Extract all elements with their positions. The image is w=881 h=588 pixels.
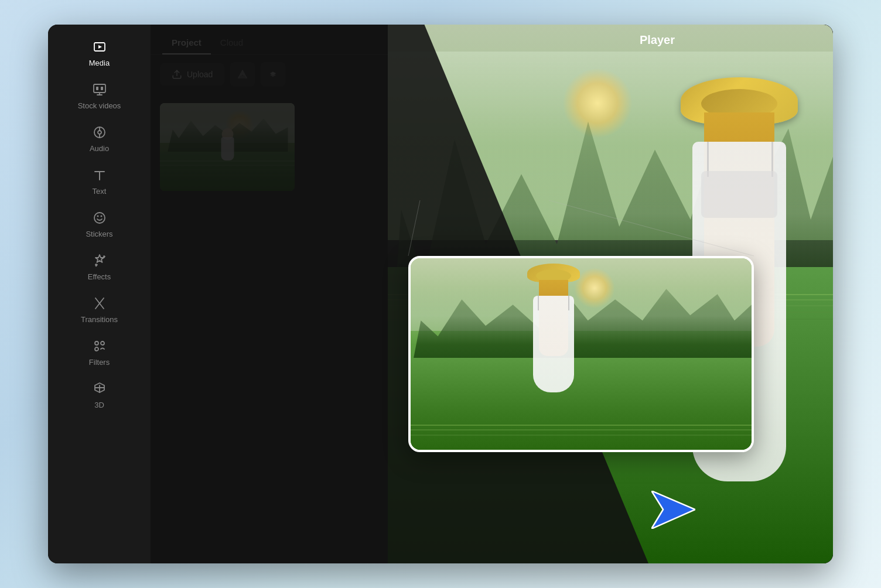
- svg-point-18: [95, 347, 98, 351]
- tab-project[interactable]: Project: [162, 30, 211, 54]
- upload-icon: [172, 69, 182, 80]
- 3d-icon: [91, 381, 108, 397]
- app-window: Media Stock videos: [48, 25, 833, 563]
- media-grid: [151, 94, 833, 563]
- dropbox-button[interactable]: [261, 62, 285, 87]
- sidebar-label-effects: Effects: [88, 272, 111, 281]
- tab-cloud[interactable]: Cloud: [211, 30, 252, 54]
- sidebar-label-audio: Audio: [90, 144, 109, 153]
- sidebar-label-text: Text: [93, 187, 107, 196]
- text-icon: [91, 167, 108, 183]
- sidebar-item-stock-videos[interactable]: Stock videos: [48, 73, 151, 116]
- transitions-icon: [91, 295, 108, 312]
- sidebar-item-filters[interactable]: Filters: [48, 330, 151, 372]
- sidebar-label-stickers: Stickers: [86, 230, 112, 238]
- svg-marker-1: [98, 45, 102, 49]
- toolbar: Upload: [151, 55, 833, 94]
- sidebar-label-transitions: Transitions: [81, 315, 118, 324]
- sidebar-item-3d[interactable]: 3D: [48, 372, 151, 415]
- effects-icon: [91, 252, 108, 269]
- sidebar-label-media: Media: [89, 59, 110, 67]
- svg-rect-5: [96, 87, 98, 90]
- sidebar-label-3d: 3D: [94, 401, 104, 409]
- dropbox-icon: [267, 69, 279, 80]
- svg-point-16: [95, 341, 98, 345]
- sidebar-item-text[interactable]: Text: [48, 159, 151, 201]
- sidebar-item-effects[interactable]: Effects: [48, 244, 151, 287]
- sidebar-label-filters: Filters: [89, 358, 110, 367]
- sidebar: Media Stock videos: [48, 25, 151, 563]
- upload-button[interactable]: Upload: [160, 63, 224, 86]
- filters-icon: [91, 338, 108, 354]
- main-content: Project Cloud Upload: [151, 25, 833, 563]
- sidebar-item-stickers[interactable]: Stickers: [48, 201, 151, 244]
- audio-icon: [91, 124, 108, 141]
- sidebar-item-audio[interactable]: Audio: [48, 116, 151, 159]
- google-drive-icon: [237, 69, 248, 80]
- sidebar-label-stock-videos: Stock videos: [78, 101, 121, 110]
- svg-rect-2: [94, 84, 105, 93]
- header-tabs: Project Cloud: [151, 25, 833, 55]
- stickers-icon: [91, 210, 108, 226]
- svg-rect-6: [101, 87, 103, 90]
- media-thumbnail[interactable]: [160, 103, 295, 191]
- media-icon: [91, 39, 108, 55]
- svg-point-13: [94, 213, 105, 223]
- sidebar-item-transitions[interactable]: Transitions: [48, 287, 151, 330]
- svg-point-17: [101, 341, 104, 345]
- google-drive-button[interactable]: [230, 62, 255, 87]
- stock-videos-icon: [91, 81, 108, 98]
- sidebar-item-media[interactable]: Media: [48, 30, 151, 73]
